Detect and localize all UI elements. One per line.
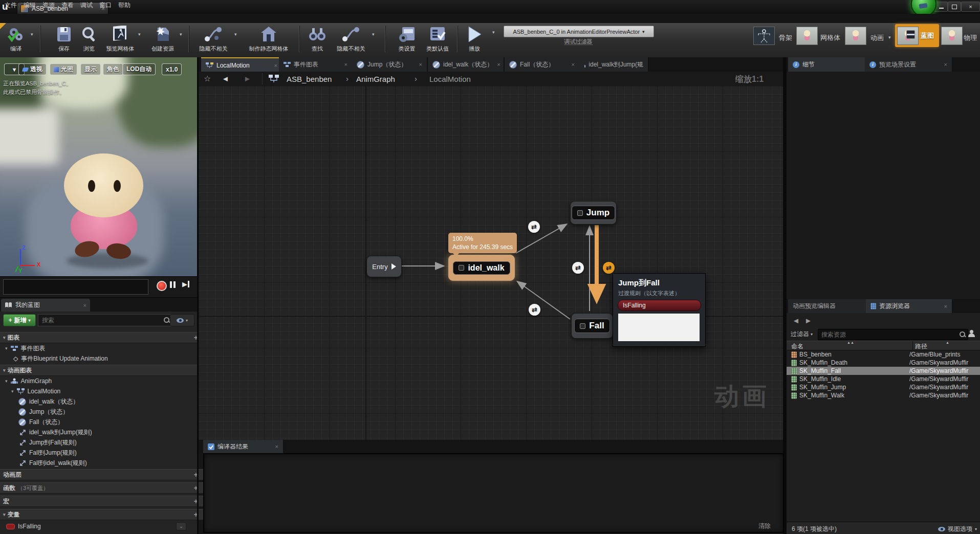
- breadcrumb-localmotion[interactable]: LocalMotion: [429, 75, 471, 83]
- transition-icon-active[interactable]: ⇄: [603, 262, 615, 274]
- make-static-mesh-button[interactable]: 制作静态网格体: [245, 24, 293, 55]
- asset-row[interactable]: SK_Muffin_Jump /Game/SkywardMuffir: [787, 383, 980, 391]
- tree-item-animgraph[interactable]: ▾ AnimGraph: [5, 376, 52, 386]
- menu-edit[interactable]: 编辑: [24, 1, 36, 10]
- physics-mode-thumbnail[interactable]: [941, 27, 963, 45]
- chevron-down-icon[interactable]: ▾: [138, 32, 141, 37]
- breadcrumb-asset[interactable]: ASB_benben: [287, 75, 332, 83]
- blueprint-search-input[interactable]: [41, 316, 164, 324]
- tab-asset-browser[interactable]: 资源浏览器×: [866, 299, 952, 313]
- tree-item-rule-fall-iw[interactable]: Fall到idel_walk(规则): [19, 458, 87, 468]
- close-icon[interactable]: ×: [944, 61, 947, 68]
- section-graphs[interactable]: ▾ 图表 +: [0, 332, 203, 343]
- person-filter-icon[interactable]: [968, 330, 975, 337]
- play-button[interactable]: 播放: [461, 24, 488, 55]
- state-node-jump[interactable]: Jump: [570, 201, 617, 225]
- chevron-down-icon[interactable]: ▾: [372, 32, 375, 37]
- close-icon[interactable]: ×: [944, 303, 947, 309]
- forward-icon[interactable]: ►: [244, 74, 251, 83]
- class-settings-button[interactable]: 类设置: [392, 24, 422, 55]
- chevron-down-icon[interactable]: ▾: [492, 30, 495, 35]
- browse-button[interactable]: 浏览: [75, 24, 103, 55]
- perspective-button[interactable]: 透视: [18, 63, 47, 75]
- tab-idel-walk-state[interactable]: idel_walk（状态）×: [428, 57, 504, 72]
- compiler-results-tab[interactable]: 编译器结果×: [203, 440, 284, 453]
- lit-button[interactable]: 光照: [50, 63, 77, 75]
- close-icon[interactable]: ×: [497, 61, 500, 68]
- create-asset-button[interactable]: 创建资源: [145, 24, 181, 55]
- preview-mesh-button[interactable]: 预览网格体: [102, 24, 138, 55]
- asset-search-input[interactable]: [820, 330, 960, 339]
- graph-canvas[interactable]: 动画 Entry 100.0% Active for 245.39 secs i…: [199, 86, 783, 440]
- close-icon[interactable]: ×: [275, 443, 278, 450]
- variable-isfalling[interactable]: IsFalling ⌄: [6, 521, 190, 531]
- column-name[interactable]: 命名: [791, 342, 803, 351]
- tab-rule-iw-jump[interactable]: idel_walk到Jump(规: [579, 57, 648, 72]
- visibility-filter-button[interactable]: ▾: [170, 314, 194, 326]
- transition-icon[interactable]: ⇄: [529, 304, 540, 316]
- restore-button[interactable]: [948, 2, 961, 12]
- filters-button[interactable]: 过滤器▾: [791, 330, 813, 339]
- tree-item-event-graph[interactable]: ▾ 事件图表: [5, 343, 46, 353]
- blueprint-mode-active[interactable]: 蓝图: [895, 24, 939, 47]
- find-button[interactable]: 查找: [303, 24, 331, 55]
- section-anim-layers[interactable]: 动画层 +: [0, 469, 203, 480]
- mode-mesh[interactable]: 网格体: [820, 33, 840, 42]
- close-icon[interactable]: ×: [83, 302, 86, 308]
- history-forward-icon[interactable]: ►: [804, 316, 812, 325]
- tree-item-state-fall[interactable]: Fall（状态）: [18, 417, 63, 427]
- section-anim-graphs[interactable]: ▾ 动画图表: [0, 365, 203, 376]
- compiler-output[interactable]: [203, 453, 784, 533]
- asset-search-box[interactable]: [818, 329, 968, 340]
- asset-row[interactable]: BS_benben /Game/Blue_prints: [787, 350, 980, 359]
- variable-visibility-icon[interactable]: ⌄: [176, 522, 186, 530]
- tree-item-localmotion[interactable]: ▾ LocalMotion: [11, 386, 60, 396]
- add-new-button[interactable]: + 新增 ▾: [3, 314, 36, 326]
- asset-row[interactable]: SK_Muffin_Walk /Game/SkywardMuffir: [787, 391, 980, 399]
- menu-window[interactable]: 窗口: [99, 1, 112, 10]
- menu-debug[interactable]: 调试: [80, 1, 93, 10]
- pause-button[interactable]: [170, 281, 177, 290]
- skeleton-mode-thumbnail[interactable]: [753, 27, 775, 45]
- tree-item-rule-fall-jump[interactable]: Fall到Jump(规则): [19, 448, 77, 458]
- show-button[interactable]: 显示: [80, 63, 101, 75]
- animation-mode-thumbnail[interactable]: [845, 27, 866, 45]
- transition-icon[interactable]: ⇄: [572, 262, 584, 274]
- back-icon[interactable]: ◄: [222, 74, 229, 83]
- tree-item-rule-iw-jump[interactable]: idel_walk到Jump(规则): [19, 427, 92, 437]
- close-icon[interactable]: ×: [344, 61, 347, 68]
- tree-item-event-update[interactable]: ◇ 事件Blueprint Update Animation: [13, 353, 108, 364]
- playback-speed-button[interactable]: x1.0: [162, 63, 182, 75]
- clear-log-button[interactable]: 清除: [758, 522, 771, 530]
- close-icon[interactable]: ×: [572, 61, 575, 68]
- hide-unrelated-button-2[interactable]: 隐藏不相关: [333, 24, 369, 55]
- hide-unrelated-button[interactable]: 隐藏不相关: [195, 24, 231, 55]
- state-node-idel-walk[interactable]: idel_walk: [448, 255, 515, 281]
- mode-animation[interactable]: 动画: [870, 33, 884, 42]
- tab-preview-scene-settings[interactable]: i 预览场景设置×: [865, 57, 952, 72]
- menu-help[interactable]: 帮助: [118, 1, 130, 10]
- character-button[interactable]: 角色: [103, 63, 123, 75]
- tab-localmotion[interactable]: LocalMotion×: [201, 57, 282, 73]
- menu-asset[interactable]: 资源: [42, 1, 55, 10]
- debug-object-dropdown[interactable]: ASB_benben_C_0 in AnimationEditorPreview…: [504, 26, 654, 37]
- section-variables[interactable]: ▾ 变量 +: [0, 509, 203, 520]
- tab-jump-state[interactable]: Jump（状态）×: [352, 57, 427, 72]
- asset-row-selected[interactable]: SK_Muffin_Fall /Game/SkywardMuffir: [787, 367, 980, 375]
- tree-item-rule-jump-fall[interactable]: Jump到Fall(规则): [19, 437, 77, 448]
- tab-fall-state[interactable]: Fall（状态）×: [505, 57, 580, 72]
- column-divider[interactable]: [912, 341, 913, 350]
- debug-filter-label[interactable]: 调试过滤器: [504, 38, 653, 46]
- close-window-button[interactable]: ×: [961, 2, 980, 12]
- step-button[interactable]: ▶: [182, 280, 189, 288]
- tab-details[interactable]: i 细节×: [788, 57, 874, 72]
- my-blueprint-tab[interactable]: 我的蓝图 ×: [1, 299, 90, 312]
- preview-viewport[interactable]: 正在预览ASB_benben_C。 此模式已禁用骨骼操作。 Z X Y: [0, 57, 197, 276]
- tree-item-state-jump[interactable]: Jump（状态）: [18, 407, 69, 417]
- close-icon[interactable]: ×: [419, 61, 422, 68]
- chevron-down-icon[interactable]: ▾: [31, 32, 33, 37]
- save-button[interactable]: 保存: [50, 24, 78, 55]
- section-macros[interactable]: 宏 +: [0, 496, 203, 507]
- tab-event-graph[interactable]: 事件图表×: [279, 57, 353, 72]
- record-button[interactable]: [157, 281, 167, 291]
